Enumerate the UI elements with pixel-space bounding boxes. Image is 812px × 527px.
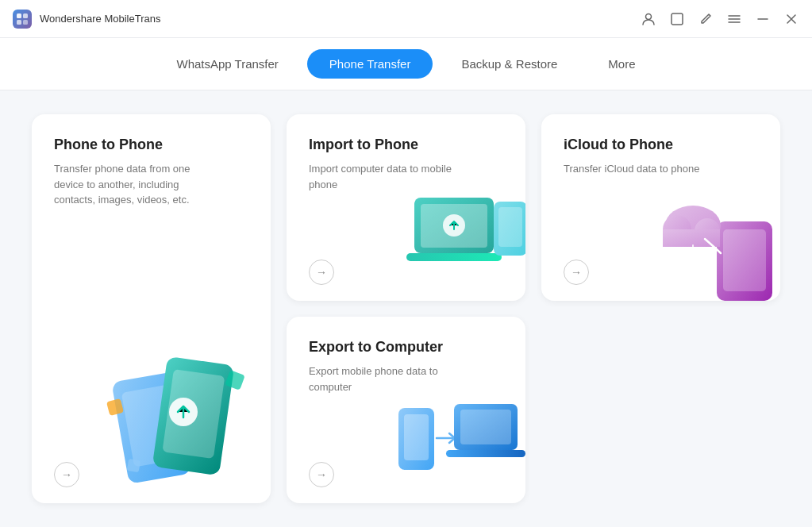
icloud-to-phone-illustration	[653, 182, 780, 301]
title-bar-controls	[641, 11, 799, 27]
svg-rect-27	[404, 414, 429, 460]
nav-bar: WhatsApp Transfer Phone Transfer Backup …	[0, 38, 812, 90]
import-to-phone-illustration	[406, 190, 525, 301]
icloud-to-phone-desc: Transfer iCloud data to phone	[564, 161, 706, 177]
tab-whatsapp[interactable]: WhatsApp Transfer	[154, 49, 300, 79]
tab-more[interactable]: More	[586, 49, 657, 79]
cards-grid: Phone to Phone Transfer phone data from …	[32, 114, 780, 503]
svg-rect-16	[406, 253, 502, 261]
card-export-to-computer[interactable]: Export to Computer Export mobile phone d…	[287, 317, 525, 503]
svg-rect-30	[446, 450, 525, 457]
edit-icon[interactable]	[698, 11, 714, 27]
title-bar: Wondershare MobileTrans	[0, 0, 812, 38]
svg-rect-2	[17, 20, 21, 25]
export-to-computer-arrow[interactable]: →	[309, 462, 334, 487]
app-title: Wondershare MobileTrans	[40, 13, 160, 25]
icloud-to-phone-title: iCloud to Phone	[564, 137, 758, 153]
close-icon[interactable]	[783, 11, 799, 27]
card-icloud-to-phone[interactable]: iCloud to Phone Transfer iCloud data to …	[541, 114, 780, 301]
import-to-phone-title: Import to Phone	[309, 137, 503, 153]
import-to-phone-desc: Import computer data to mobile phone	[309, 161, 452, 192]
minimize-icon[interactable]	[755, 11, 771, 27]
card-phone-to-phone[interactable]: Phone to Phone Transfer phone data from …	[32, 114, 271, 503]
svg-rect-0	[17, 13, 21, 18]
main-content: Phone to Phone Transfer phone data from …	[0, 90, 812, 527]
export-to-computer-title: Export to Computer	[309, 339, 503, 356]
title-bar-left: Wondershare MobileTrans	[13, 10, 160, 29]
tab-backup[interactable]: Backup & Restore	[439, 49, 579, 79]
phone-to-phone-illustration	[104, 329, 263, 487]
svg-rect-21	[723, 229, 766, 291]
tab-phone[interactable]: Phone Transfer	[307, 49, 433, 79]
menu-icon[interactable]	[726, 11, 742, 27]
phone-to-phone-title: Phone to Phone	[54, 137, 248, 153]
account-icon[interactable]	[641, 11, 656, 27]
import-to-phone-arrow[interactable]: →	[309, 260, 334, 285]
svg-rect-29	[460, 410, 511, 444]
export-to-computer-illustration	[391, 392, 525, 503]
svg-rect-1	[23, 13, 28, 18]
svg-rect-13	[127, 459, 140, 472]
svg-rect-19	[498, 207, 522, 247]
phone-to-phone-desc: Transfer phone data from one device to a…	[54, 161, 197, 208]
export-to-computer-desc: Export mobile phone data to computer	[309, 364, 452, 394]
svg-rect-3	[23, 20, 28, 25]
card-import-to-phone[interactable]: Import to Phone Import computer data to …	[287, 114, 525, 301]
app-icon	[13, 10, 32, 29]
window-icon[interactable]	[669, 11, 685, 27]
svg-point-4	[646, 13, 652, 19]
icloud-to-phone-arrow[interactable]: →	[564, 260, 589, 285]
phone-to-phone-arrow[interactable]: →	[54, 462, 79, 487]
svg-rect-5	[672, 13, 683, 25]
